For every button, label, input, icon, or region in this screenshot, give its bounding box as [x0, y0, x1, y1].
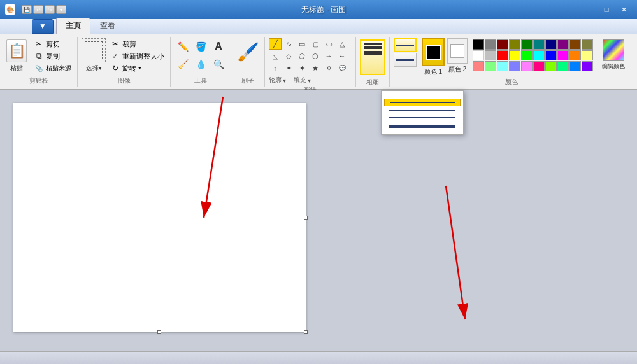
more-quick-btn[interactable]: ▾ — [56, 5, 66, 14]
rotate-button[interactable]: ↻ 旋转 ▾ — [108, 62, 166, 74]
palette-olive[interactable] — [509, 39, 520, 50]
palette-navy[interactable] — [545, 39, 557, 50]
eraser-button[interactable]: 🧹 — [175, 56, 191, 73]
line-tool-button[interactable]: ╱ — [269, 38, 282, 50]
palette-chartreuse[interactable] — [545, 61, 557, 71]
palette-gray[interactable] — [485, 39, 496, 50]
canvas-handle-bottom[interactable] — [157, 330, 161, 334]
clipboard-small-buttons: ✂ 剪切 ⧉ 复制 📎 粘贴来源 — [32, 38, 73, 74]
palette-lightpink[interactable] — [473, 61, 484, 71]
palette-lightcyan[interactable] — [497, 61, 508, 71]
palette-lightpurple[interactable] — [521, 61, 533, 71]
redo-quick-btn[interactable]: ↪ — [45, 5, 55, 14]
tab-view[interactable]: 查看 — [90, 18, 125, 34]
tab-home[interactable]: 主页 — [56, 18, 90, 34]
palette-lime[interactable] — [521, 50, 533, 60]
star5-button[interactable]: ★ — [309, 62, 322, 74]
palette-cornflowerblue[interactable] — [569, 61, 581, 71]
palette-black[interactable] — [473, 39, 484, 50]
linewidth-option-2[interactable] — [384, 99, 461, 106]
callout-button[interactable]: 💬 — [336, 62, 348, 74]
palette-silver[interactable] — [485, 50, 496, 60]
fill-button[interactable]: 填充▾ — [294, 76, 311, 85]
diamond-button[interactable]: ◇ — [282, 50, 295, 62]
rounded-rect-button[interactable]: ▢ — [309, 38, 322, 50]
ellipse-button[interactable]: ⬭ — [322, 38, 335, 50]
maximize-button[interactable]: □ — [598, 3, 615, 16]
tools-label: 工具 — [175, 76, 227, 87]
right-triangle-button[interactable]: ◺ — [269, 50, 282, 62]
select-tool-button[interactable] — [82, 38, 106, 62]
brushes-content: 🖌️ — [235, 38, 261, 75]
palette-teal[interactable] — [533, 39, 545, 50]
paste-from-button[interactable]: 📎 粘贴来源 — [32, 62, 73, 74]
palette-darkred[interactable] — [497, 39, 508, 50]
palette-violet[interactable] — [582, 61, 593, 71]
palette-purple[interactable] — [557, 39, 569, 50]
crop-button[interactable]: ✂ 裁剪 — [108, 38, 166, 50]
color1-button[interactable] — [422, 38, 445, 66]
curve-tool-button[interactable]: ∿ — [282, 38, 295, 50]
pentagon-button[interactable]: ⬠ — [296, 50, 308, 62]
palette-darkyellow[interactable] — [582, 39, 593, 50]
save-quick-btn[interactable]: 💾 — [22, 5, 32, 14]
canvas-handle-right[interactable] — [304, 216, 308, 220]
magnifier-button[interactable]: 🔍 — [210, 56, 227, 73]
star4-button[interactable]: ✦ — [296, 62, 308, 74]
edit-colors-button[interactable]: 编辑颜色 — [598, 38, 629, 72]
brushes-group: 🖌️ 刷子 — [231, 37, 265, 87]
palette-springgreen[interactable] — [557, 61, 569, 71]
cut-button[interactable]: ✂ 剪切 — [32, 38, 73, 50]
canvas-area[interactable] — [0, 90, 637, 351]
palette-darkgreen[interactable] — [521, 39, 533, 50]
pencil-button[interactable]: ✏️ — [175, 38, 191, 55]
palette-white[interactable] — [473, 50, 484, 60]
minimize-button[interactable]: ─ — [581, 3, 598, 16]
arrow-4way-button[interactable]: ✦ — [282, 62, 295, 74]
palette-brown[interactable] — [569, 39, 581, 50]
palette-blue[interactable] — [545, 50, 557, 60]
canvas-handle-corner[interactable] — [304, 330, 308, 334]
edit-colors-label: 编辑颜色 — [601, 62, 626, 71]
palette-orange[interactable] — [569, 50, 581, 60]
star6-button[interactable]: ✡ — [322, 62, 335, 74]
text-button[interactable]: A — [210, 38, 227, 55]
color2-swatch — [450, 44, 464, 58]
palette-yellow[interactable] — [509, 50, 520, 60]
arrow-up-button[interactable]: ↑ — [269, 62, 282, 74]
undo-quick-btn[interactable]: ↩ — [33, 5, 43, 14]
copy-button[interactable]: ⧉ 复制 — [32, 50, 73, 62]
palette-magenta[interactable] — [557, 50, 569, 60]
arrow-right-button[interactable]: → — [322, 50, 335, 62]
fill-button[interactable]: 🪣 — [192, 38, 209, 55]
palette-hotpink[interactable] — [533, 61, 545, 71]
close-button[interactable]: ✕ — [615, 3, 632, 16]
color2-button[interactable] — [447, 38, 468, 64]
file-tab[interactable]: ▼ — [32, 19, 54, 34]
line-preset-1[interactable] — [394, 38, 417, 52]
palette-cyan[interactable] — [533, 50, 545, 60]
drawing-canvas[interactable] — [13, 103, 306, 332]
palette-lightgreen[interactable] — [485, 61, 496, 71]
linewidth-option-5[interactable] — [384, 122, 461, 132]
hexagon-button[interactable]: ⬡ — [309, 50, 322, 62]
line-preset-2[interactable] — [394, 53, 417, 67]
eyedropper-button[interactable]: 💧 — [192, 56, 209, 73]
rect-tool-button[interactable]: ▭ — [296, 38, 308, 50]
palette-lightyellow[interactable] — [582, 50, 593, 60]
scissors-icon: ✂ — [34, 39, 44, 49]
linewidth-option-3[interactable] — [384, 108, 461, 113]
linewidth-dropdown-button[interactable] — [360, 39, 385, 75]
palette-lightblue[interactable] — [509, 61, 520, 71]
resize-button[interactable]: ⤢ 重新调整大小 — [108, 50, 166, 62]
triangle-button[interactable]: △ — [336, 38, 348, 50]
brush-button[interactable]: 🖌️ — [235, 38, 261, 65]
panel-top-space — [382, 92, 463, 97]
palette-red[interactable] — [497, 50, 508, 60]
clipboard-content: 📋 粘贴 ✂ 剪切 ⧉ 复制 📎 粘贴来源 — [4, 38, 73, 75]
file-tab-label: ▼ — [39, 22, 47, 31]
paste-button[interactable]: 📋 — [4, 38, 29, 64]
arrow-left-button[interactable]: ← — [336, 50, 348, 62]
linewidth-option-4[interactable] — [384, 115, 461, 120]
outline-button[interactable]: 轮廓▾ — [269, 76, 286, 85]
